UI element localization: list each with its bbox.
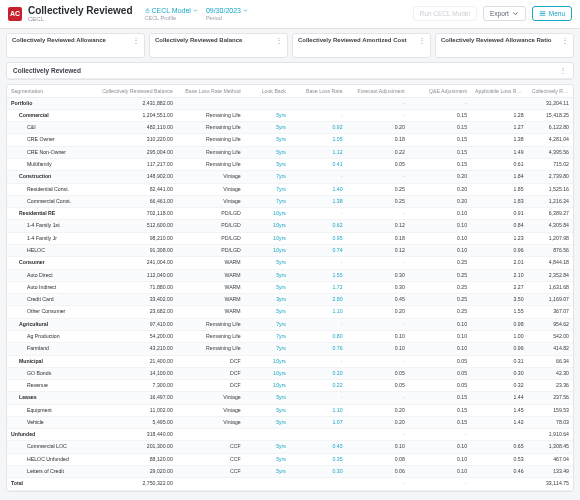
- table-row[interactable]: Revenue7,300.00DCF10yrs0.220.050.050.322…: [7, 380, 573, 392]
- table-row[interactable]: 1-4 Family Jr98,210.00PD/LGD10yrs0.950.1…: [7, 232, 573, 244]
- table-row[interactable]: Letters of Credit29,020.00CCF5yrs0.300.0…: [7, 466, 573, 478]
- cell-qe: 0.10: [409, 441, 471, 453]
- col-forecast[interactable]: Forecast Adjustment: [347, 85, 409, 98]
- profile-selector[interactable]: CECL Model CECL Profile: [145, 7, 198, 21]
- kpi-card-menu[interactable]: ⋮: [418, 37, 427, 45]
- cell-balance: 23,682.00: [98, 306, 177, 318]
- cell-qe: 0.15: [409, 122, 471, 134]
- cell-applicable: 1.27: [471, 122, 528, 134]
- cell-forecast: 0.18: [347, 134, 409, 146]
- cell-lookback: 7yrs: [245, 343, 290, 355]
- cell-balance: 702,118.00: [98, 208, 177, 220]
- table-row[interactable]: Residential Const.82,441.00Vintage7yrs1.…: [7, 183, 573, 195]
- table-row[interactable]: Portfolio2,431,882.00--31,204.11: [7, 97, 573, 109]
- table-row[interactable]: Other Consumer23,682.00WARM5yrs1.100.200…: [7, 306, 573, 318]
- cell-method: Vintage: [177, 183, 245, 195]
- table-row[interactable]: Consumer241,004.00WARM5yrs--0.252.014,84…: [7, 257, 573, 269]
- table-row[interactable]: Credit Card33,402.00WARM3yrs2.800.450.25…: [7, 294, 573, 306]
- table-row[interactable]: Leases16,497.00Vintage5yrs--0.151.44237.…: [7, 392, 573, 404]
- kpi-card-title: Collectively Reviewed Allowance Ratio: [441, 37, 568, 43]
- table-row[interactable]: Agricultural97,410.00Remaining Life7yrs-…: [7, 318, 573, 330]
- cell-applicable: 1.23: [471, 232, 528, 244]
- col-lookback[interactable]: Look Back: [245, 85, 290, 98]
- cell-baserate: [290, 478, 347, 490]
- cell-qe: 0.10: [409, 208, 471, 220]
- table-row[interactable]: Farmland43,210.00Remaining Life7yrs0.760…: [7, 343, 573, 355]
- table-row[interactable]: Municipal21,400.00DCF10yrs--0.050.3166.3…: [7, 355, 573, 367]
- cell-qe: 0.10: [409, 343, 471, 355]
- cell-balance: 54,200.00: [98, 330, 177, 342]
- cell-segmentation: Portfolio: [7, 97, 98, 109]
- kpi-card-menu[interactable]: ⋮: [132, 37, 141, 45]
- table-row[interactable]: Commercial LOC201,300.00CCF5yrs0.450.100…: [7, 441, 573, 453]
- cell-method: Remaining Life: [177, 134, 245, 146]
- cell-applicable: 0.96: [471, 343, 528, 355]
- cell-lookback: 5yrs: [245, 453, 290, 465]
- col-segmentation[interactable]: Segmentation: [7, 85, 98, 98]
- cell-method: Vintage: [177, 171, 245, 183]
- period-selector[interactable]: 09/30/2023 Period: [206, 7, 248, 21]
- cell-forecast: -: [347, 208, 409, 220]
- table-row[interactable]: HELOC Unfunded88,120.00CCF5yrs0.350.080.…: [7, 453, 573, 465]
- col-method[interactable]: Base Loss Rate Method: [177, 85, 245, 98]
- cell-forecast: 0.05: [347, 380, 409, 392]
- table-row[interactable]: Unfunded318,440.00--1,910.64: [7, 429, 573, 441]
- table-row[interactable]: Total2,750,322.00--33,114.75: [7, 478, 573, 490]
- table-row[interactable]: Residential RE702,118.00PD/LGD10yrs--0.1…: [7, 208, 573, 220]
- cell-applicable: 1.44: [471, 392, 528, 404]
- table-row[interactable]: GO Bonds14,100.00DCF10yrs0.200.050.050.3…: [7, 367, 573, 379]
- cell-allowance: 4,395.56: [528, 146, 573, 158]
- col-qe[interactable]: Q&E Adjustment: [409, 85, 471, 98]
- cell-qe: -: [409, 97, 471, 109]
- cell-qe: 0.10: [409, 453, 471, 465]
- cell-balance: 310,220.00: [98, 134, 177, 146]
- cell-forecast: -: [347, 257, 409, 269]
- table-row[interactable]: CRE Owner310,220.00Remaining Life5yrs1.0…: [7, 134, 573, 146]
- cell-method: WARM: [177, 257, 245, 269]
- table-row[interactable]: CRE Non-Owner295,004.00Remaining Life5yr…: [7, 146, 573, 158]
- panel-header: Collectively Reviewed ⋮: [7, 63, 573, 79]
- table-row[interactable]: Auto Indirect71,880.00WARM5yrs1.720.300.…: [7, 281, 573, 293]
- run-model-button[interactable]: Run CECL Model: [413, 6, 477, 21]
- kpi-card-menu[interactable]: ⋮: [561, 37, 570, 45]
- table-row[interactable]: Construction148,902.00Vintage7yrs--0.201…: [7, 171, 573, 183]
- table-row[interactable]: Vehicle5,495.00Vintage5yrs1.070.200.151.…: [7, 416, 573, 428]
- cell-method: PD/LGD: [177, 244, 245, 256]
- menu-button[interactable]: Menu: [532, 6, 572, 21]
- col-baserate[interactable]: Base Loss Rate: [290, 85, 347, 98]
- table-row[interactable]: Ag Production54,200.00Remaining Life7yrs…: [7, 330, 573, 342]
- cell-balance: 201,300.00: [98, 441, 177, 453]
- cell-forecast: 0.08: [347, 453, 409, 465]
- col-balance[interactable]: Collectively Reviewed Balance: [98, 85, 177, 98]
- table-row[interactable]: Auto Direct112,040.00WARM5yrs1.550.300.2…: [7, 269, 573, 281]
- kpi-card-menu[interactable]: ⋮: [275, 37, 284, 45]
- table-row[interactable]: Commercial1,204,551.00Remaining Life5yrs…: [7, 109, 573, 121]
- cell-lookback: 5yrs: [245, 159, 290, 171]
- table-row[interactable]: Commercial Const.66,461.00Vintage7yrs1.3…: [7, 195, 573, 207]
- table-row[interactable]: 1-4 Family 1st512,600.00PD/LGD10yrs0.620…: [7, 220, 573, 232]
- cell-baserate: 0.95: [290, 232, 347, 244]
- panel-menu[interactable]: ⋮: [559, 66, 568, 75]
- cell-segmentation: Other Consumer: [7, 306, 98, 318]
- table-row[interactable]: Equipment11,002.00Vintage5yrs1.100.200.1…: [7, 404, 573, 416]
- export-button[interactable]: Export: [483, 6, 526, 21]
- col-applicable[interactable]: Applicable Loss Rate: [471, 85, 528, 98]
- app-logo: AC: [8, 7, 22, 21]
- cell-baserate: -: [290, 171, 347, 183]
- table-row[interactable]: Multifamily117,217.00Remaining Life5yrs0…: [7, 159, 573, 171]
- export-button-label: Export: [490, 10, 509, 17]
- cell-forecast: 0.30: [347, 281, 409, 293]
- table-row[interactable]: HELOC91,308.00PD/LGD10yrs0.740.120.100.9…: [7, 244, 573, 256]
- cell-forecast: 0.30: [347, 269, 409, 281]
- cell-applicable: 0.96: [471, 244, 528, 256]
- cell-allowance: 31,204.11: [528, 97, 573, 109]
- cell-segmentation: HELOC Unfunded: [7, 453, 98, 465]
- cell-segmentation: Auto Indirect: [7, 281, 98, 293]
- cell-segmentation: Credit Card: [7, 294, 98, 306]
- cell-baserate: 1.07: [290, 416, 347, 428]
- table-row[interactable]: C&I482,110.00Remaining Life5yrs0.920.200…: [7, 122, 573, 134]
- col-allowance[interactable]: Collectively Reviewed Loan Allowance: [528, 85, 573, 98]
- cell-applicable: 1.00: [471, 330, 528, 342]
- cell-qe: 0.05: [409, 367, 471, 379]
- cell-balance: 512,600.00: [98, 220, 177, 232]
